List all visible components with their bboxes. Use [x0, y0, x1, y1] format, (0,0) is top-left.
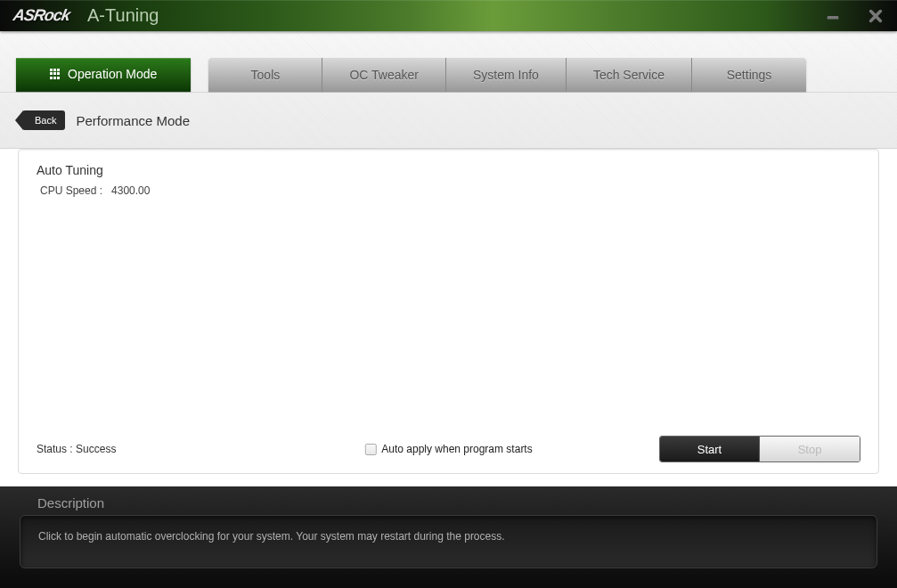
- start-button[interactable]: Start: [660, 437, 760, 461]
- cpu-speed-label: CPU Speed :: [40, 184, 102, 197]
- window-controls: [811, 0, 897, 31]
- tab-tools[interactable]: Tools: [208, 58, 322, 92]
- tab-settings[interactable]: Settings: [692, 58, 806, 92]
- back-button[interactable]: Back: [22, 110, 65, 130]
- close-icon: [868, 8, 884, 24]
- tab-system-info[interactable]: System Info: [446, 58, 567, 92]
- tab-operation-mode[interactable]: Operation Mode: [16, 58, 191, 92]
- tab-tech-service[interactable]: Tech Service: [567, 58, 692, 92]
- auto-apply-checkbox[interactable]: Auto apply when program starts: [364, 443, 532, 455]
- inactive-tabs: Tools OC Tweaker System Info Tech Servic…: [208, 58, 806, 92]
- close-button[interactable]: [854, 0, 897, 31]
- tab-oc-tweaker[interactable]: OC Tweaker: [322, 58, 446, 92]
- cpu-speed-row: CPU Speed : 4300.00: [40, 184, 860, 197]
- svg-rect-0: [828, 16, 839, 20]
- main-panel: Auto Tuning CPU Speed : 4300.00 Status :…: [18, 149, 879, 474]
- checkbox-label: Auto apply when program starts: [381, 443, 532, 455]
- brand-logo: ASRock: [12, 6, 71, 25]
- panel-footer: Status : Success Auto apply when program…: [37, 436, 860, 462]
- page-title: Performance Mode: [76, 113, 190, 128]
- checkbox-icon: [364, 444, 376, 455]
- stop-button: Stop: [760, 437, 860, 461]
- description-section: Description Click to begin automatic ove…: [0, 486, 897, 588]
- app-title: A-Tuning: [87, 5, 159, 26]
- description-text: Click to begin automatic overclocking fo…: [38, 530, 505, 543]
- titlebar: ASRock A-Tuning: [0, 0, 897, 31]
- tab-label: Operation Mode: [68, 67, 157, 81]
- status-text: Status : Success: [37, 443, 116, 455]
- action-buttons: Start Stop: [659, 436, 860, 462]
- minimize-button[interactable]: [811, 0, 854, 31]
- content-area: Operation Mode Tools OC Tweaker System I…: [0, 31, 897, 588]
- cpu-speed-value: 4300.00: [111, 184, 150, 197]
- description-box: Click to begin automatic overclocking fo…: [20, 515, 877, 568]
- minimize-icon: [825, 8, 841, 24]
- section-title: Auto Tuning: [37, 163, 860, 177]
- grid-icon: [50, 69, 61, 79]
- main-tabs: Operation Mode Tools OC Tweaker System I…: [0, 31, 897, 93]
- description-heading: Description: [37, 495, 877, 510]
- sub-header: Back Performance Mode: [0, 93, 897, 149]
